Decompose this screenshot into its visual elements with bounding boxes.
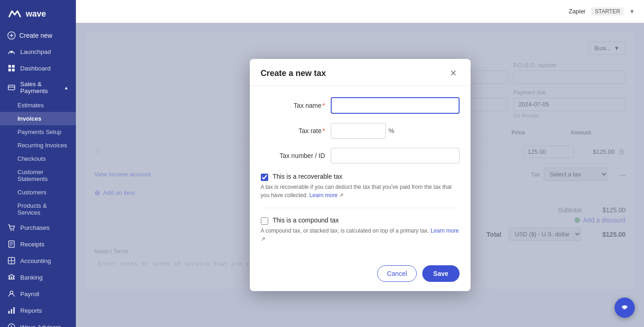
sidebar-item-customers[interactable]: Customers (0, 186, 76, 199)
sidebar-label-estimates: Estimates (17, 102, 44, 109)
create-new-label: Create new (19, 32, 52, 39)
tax-number-label: Tax number / ID (261, 152, 325, 159)
tax-number-field-group: Tax number / ID (261, 148, 460, 164)
tax-number-input[interactable] (331, 148, 460, 164)
sidebar-label-checkouts: Checkouts (17, 155, 46, 162)
sidebar-label-payments-setup: Payments Setup (17, 128, 61, 135)
modal-title: Create a new tax (261, 69, 326, 78)
svg-rect-20 (11, 276, 12, 279)
chat-fab-button[interactable] (615, 298, 635, 318)
compound-label[interactable]: This is a compound tax (273, 216, 339, 224)
sidebar-item-recurring-invoices[interactable]: Recurring Invoices (0, 139, 76, 152)
chevron-up-icon: ▲ (64, 85, 69, 90)
sidebar-item-reports[interactable]: Reports (0, 302, 76, 319)
topbar-username: Zapier (569, 8, 586, 15)
logo-text: wave (26, 9, 46, 19)
tax-name-input[interactable] (331, 97, 460, 114)
modal-close-button[interactable]: ✕ (447, 68, 460, 78)
sidebar-item-checkouts[interactable]: Checkouts (0, 152, 76, 165)
rate-wrapper: % (331, 123, 460, 139)
compound-checkbox-row: This is a compound tax (261, 216, 460, 225)
sidebar-label-reports: Reports (20, 307, 42, 314)
sidebar-item-dashboard[interactable]: Dashboard (0, 60, 76, 76)
sidebar-item-customer-statements[interactable]: Customer Statements (0, 165, 76, 186)
percent-sign: % (389, 127, 394, 134)
tax-name-label: Tax name (261, 102, 325, 109)
svg-point-11 (13, 230, 14, 231)
sidebar-label-receipts: Receipts (20, 241, 45, 248)
sidebar-label-recurring-invoices: Recurring Invoices (17, 142, 67, 149)
sidebar-item-payments-setup[interactable]: Payments Setup (0, 125, 76, 139)
sidebar-label-accounting: Accounting (20, 257, 51, 264)
svg-rect-21 (13, 276, 15, 279)
sidebar-item-banking[interactable]: Banking (0, 269, 76, 286)
sidebar-item-invoices[interactable]: Invoices (0, 112, 76, 125)
svg-rect-7 (12, 69, 15, 71)
svg-rect-6 (8, 69, 11, 71)
tax-rate-input[interactable] (331, 123, 386, 139)
recoverable-label[interactable]: This is a recoverable tax (273, 173, 343, 180)
svg-point-10 (11, 230, 12, 231)
sidebar-item-purchases[interactable]: Purchases (0, 219, 76, 236)
svg-rect-26 (13, 307, 15, 314)
recoverable-checkbox-group: This is a recoverable tax A tax is recov… (261, 173, 460, 208)
modal-header: Create a new tax ✕ (250, 59, 471, 86)
sidebar-item-payroll[interactable]: Payroll (0, 286, 76, 302)
sidebar-item-accounting[interactable]: Accounting (0, 252, 76, 269)
modal-overlay: Create a new tax ✕ Tax name Tax rate (76, 23, 644, 327)
create-tax-modal: Create a new tax ✕ Tax name Tax rate (250, 59, 471, 291)
svg-rect-25 (11, 309, 12, 314)
sidebar-label-products-services: Products & Services (17, 202, 47, 216)
content-area: Busi... ▼ Invoice number P.O./S.O. numbe… (76, 23, 644, 327)
sidebar-item-receipts[interactable]: Receipts (0, 236, 76, 252)
compound-checkbox[interactable] (261, 217, 268, 225)
sidebar-label-invoices: Invoices (17, 115, 41, 122)
compound-checkbox-group: This is a compound tax A compound tax, o… (261, 216, 460, 243)
recoverable-checkbox-row: This is a recoverable tax (261, 173, 460, 181)
sidebar: wave Create new Launchpad Dashboard Sale… (0, 0, 76, 327)
compound-desc: A compound tax, or stacked tax, is calcu… (261, 227, 460, 243)
main-area: Zapier STARTER ▼ Busi... ▼ Invoice numbe… (76, 0, 644, 327)
compound-learn-more-link[interactable]: Learn more (431, 228, 459, 234)
modal-footer: Cancel Save (250, 258, 471, 291)
sidebar-label-launchpad: Launchpad (20, 48, 51, 55)
svg-rect-24 (8, 311, 10, 314)
save-button[interactable]: Save (422, 265, 460, 282)
topbar: Zapier STARTER ▼ (76, 0, 644, 23)
sidebar-section-sales-payments[interactable]: Sales & Payments ▲ (0, 76, 76, 99)
sidebar-label-sales-payments: Sales & Payments (20, 81, 59, 94)
svg-point-23 (10, 291, 13, 294)
modal-body: Tax name Tax rate % Tax number / ID (250, 86, 471, 258)
topbar-plan: STARTER (591, 7, 624, 16)
svg-rect-19 (9, 276, 10, 279)
sidebar-label-dashboard: Dashboard (20, 65, 51, 72)
svg-rect-8 (8, 85, 15, 90)
tax-name-field-group: Tax name (261, 97, 460, 114)
sidebar-label-customer-statements: Customer Statements (17, 169, 48, 182)
tax-rate-field-group: Tax rate % (261, 123, 460, 139)
sidebar-item-wave-advisors[interactable]: Wave Advisors (0, 319, 76, 327)
sidebar-label-payroll: Payroll (20, 291, 39, 298)
sidebar-label-customers: Customers (17, 189, 46, 196)
sidebar-label-wave-advisors: Wave Advisors (20, 324, 61, 327)
sidebar-label-banking: Banking (20, 274, 43, 281)
recoverable-desc: A tax is recoverable if you can deduct t… (261, 183, 460, 199)
create-new-button[interactable]: Create new (0, 28, 76, 43)
svg-rect-5 (12, 65, 15, 68)
recoverable-learn-more-link[interactable]: Learn more (310, 192, 338, 199)
svg-rect-4 (8, 65, 11, 68)
topbar-chevron-down-icon[interactable]: ▼ (629, 8, 635, 15)
sidebar-item-estimates[interactable]: Estimates (0, 99, 76, 112)
cancel-button[interactable]: Cancel (377, 265, 417, 282)
sidebar-item-launchpad[interactable]: Launchpad (0, 43, 76, 60)
recoverable-checkbox[interactable] (261, 174, 268, 181)
logo: wave (0, 0, 76, 28)
tax-rate-label: Tax rate (261, 127, 325, 134)
sidebar-label-purchases: Purchases (20, 224, 50, 231)
sidebar-item-products-services[interactable]: Products & Services (0, 199, 76, 219)
svg-point-3 (11, 51, 13, 53)
